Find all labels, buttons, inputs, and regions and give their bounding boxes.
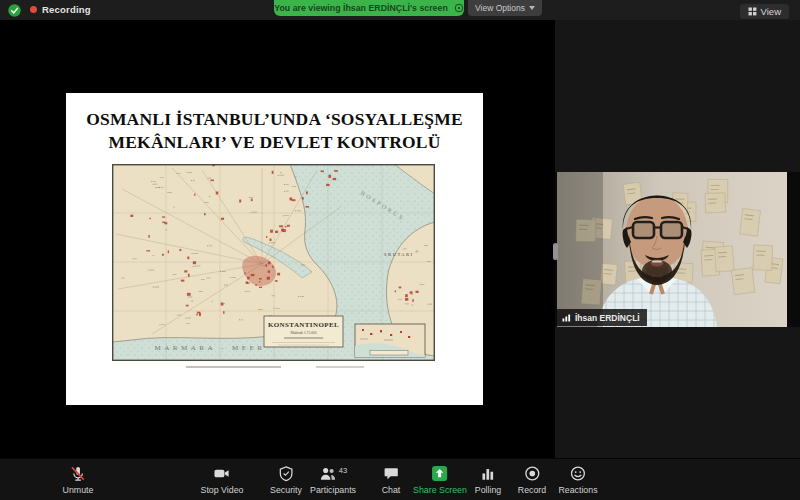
- share-screen-icon: [431, 465, 448, 482]
- reactions-label: Reactions: [558, 485, 597, 495]
- map-title: KONSTANTINOPEL: [268, 321, 339, 329]
- shield-icon: [278, 465, 294, 482]
- viewing-screen-banner: You are viewing İhsan ERDİNÇLİ's screen: [274, 0, 464, 16]
- record-icon: [523, 465, 540, 482]
- participants-count-badge: 43: [339, 466, 347, 475]
- viewing-screen-text: You are viewing İhsan ERDİNÇLİ's screen: [274, 3, 448, 13]
- share-screen-button[interactable]: Share Screen: [413, 465, 467, 495]
- map-district-label: SKUTARI: [384, 252, 413, 257]
- camera-icon: [213, 465, 231, 482]
- security-label: Security: [270, 485, 302, 495]
- participant-name-tag: İhsan ERDİNÇLİ: [557, 309, 647, 326]
- participants-icon: [319, 465, 337, 482]
- participants-button[interactable]: 43 Participants: [310, 465, 356, 495]
- view-options-button[interactable]: View Options: [468, 0, 542, 16]
- map-scale-note: Maßstab 1:75.000: [291, 331, 317, 335]
- map-inset: [355, 324, 425, 357]
- info-eye-icon: [454, 3, 464, 13]
- top-bar: Recording You are viewing İhsan ERDİNÇLİ…: [0, 0, 800, 20]
- audio-level-icon: [562, 313, 571, 322]
- map-caption-line: [186, 366, 281, 368]
- polling-button[interactable]: Polling: [475, 465, 501, 495]
- panel-drag-handle[interactable]: [553, 243, 558, 260]
- smiley-icon: [570, 465, 587, 482]
- meeting-toolbar: Unmute ^ Stop Video ^ Security: [0, 458, 800, 500]
- view-options-label: View Options: [475, 3, 525, 13]
- view-button[interactable]: View: [740, 4, 789, 19]
- map-sea-label: MARMARA - MEER: [155, 344, 266, 352]
- chat-bubble-icon: [383, 465, 400, 482]
- slide-title-line2: MEKÂNLARI’ VE DEVLET KONTROLÜ: [66, 131, 483, 154]
- slide-title: OSMANLI İSTANBUL’UNDA ‘SOSYALLEŞME MEKÂN…: [66, 108, 483, 154]
- map-cartouche: KONSTANTINOPEL Maßstab 1:75.000: [264, 316, 343, 347]
- unmute-label: Unmute: [63, 485, 94, 495]
- record-label: Record: [518, 485, 546, 495]
- mic-muted-icon: [70, 465, 87, 482]
- unmute-button[interactable]: Unmute: [63, 465, 94, 495]
- speaker-video-tile[interactable]: [557, 172, 787, 327]
- share-screen-label: Share Screen: [413, 485, 467, 495]
- map-caption-line: [316, 366, 364, 368]
- stop-video-button[interactable]: Stop Video: [201, 465, 244, 495]
- security-button[interactable]: Security: [270, 465, 302, 495]
- poll-chart-icon: [480, 465, 496, 482]
- view-button-label: View: [761, 6, 781, 17]
- view-grid-icon: [748, 7, 757, 16]
- participant-name: İhsan ERDİNÇLİ: [575, 313, 640, 323]
- record-button[interactable]: Record: [518, 465, 546, 495]
- stop-video-label: Stop Video: [201, 485, 244, 495]
- participants-label: Participants: [310, 485, 356, 495]
- polling-label: Polling: [475, 485, 501, 495]
- video-strip: [555, 172, 800, 327]
- recording-label: Recording: [42, 4, 91, 15]
- ottoman-map: BOSPORUS SKUTARI MARMARA - MEER KONSTANT…: [112, 164, 435, 361]
- chat-label: Chat: [382, 485, 401, 495]
- recording-dot-icon: [30, 6, 37, 13]
- slide-title-line1: OSMANLI İSTANBUL’UNDA ‘SOSYALLEŞME: [66, 108, 483, 131]
- reactions-button[interactable]: Reactions: [558, 465, 597, 495]
- chat-button[interactable]: Chat: [382, 465, 401, 495]
- presentation-slide: OSMANLI İSTANBUL’UNDA ‘SOSYALLEŞME MEKÂN…: [66, 93, 483, 405]
- encryption-shield-icon[interactable]: [8, 4, 21, 17]
- historic-map-figure: BOSPORUS SKUTARI MARMARA - MEER KONSTANT…: [112, 164, 435, 361]
- recording-indicator[interactable]: Recording: [30, 4, 91, 15]
- chevron-down-icon: [529, 6, 535, 10]
